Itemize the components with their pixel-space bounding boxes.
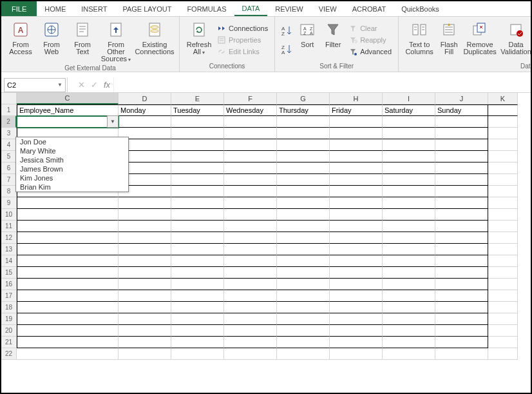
cell-H4[interactable] [330, 139, 383, 151]
cell-G14[interactable] [277, 255, 330, 267]
row-header-11[interactable]: 11 [1, 221, 17, 232]
cell-J5[interactable] [435, 151, 488, 163]
validation-dropdown-button[interactable]: ▼ [107, 115, 119, 128]
properties-button[interactable]: Properties [214, 34, 271, 46]
dropdown-option-5[interactable]: Brian Kim [16, 182, 128, 192]
cell-F8[interactable] [224, 186, 277, 197]
cell-E16[interactable] [171, 279, 224, 290]
cell-I2[interactable] [383, 116, 435, 128]
cell-G10[interactable] [277, 209, 330, 221]
row-header-17[interactable]: 17 [1, 290, 17, 302]
cell-G12[interactable] [277, 232, 330, 244]
sort-asc-button[interactable]: AZ [280, 25, 293, 36]
cell-H7[interactable] [330, 174, 383, 186]
cell-G3[interactable] [277, 128, 330, 139]
cell-C11[interactable] [17, 221, 119, 232]
cell-D13[interactable] [119, 244, 171, 255]
cell-K6[interactable] [488, 163, 518, 174]
cell-K14[interactable] [488, 255, 518, 267]
cell-H6[interactable] [330, 163, 383, 174]
dropdown-option-2[interactable]: Jessica Smith [16, 155, 128, 164]
cell-G11[interactable] [277, 221, 330, 232]
cell-G6[interactable] [277, 163, 330, 174]
cell-I5[interactable] [383, 151, 435, 163]
cell-H13[interactable] [330, 244, 383, 255]
cell-D11[interactable] [119, 221, 171, 232]
cell-K19[interactable] [488, 313, 518, 325]
cell-F18[interactable] [224, 302, 277, 313]
cell-E22[interactable] [171, 348, 224, 360]
cell-J14[interactable] [435, 255, 488, 267]
cell-H21[interactable] [330, 337, 383, 348]
fx-icon[interactable]: fx [100, 80, 113, 90]
cell-D9[interactable] [119, 197, 171, 209]
data-validation-button[interactable]: Data Validation [498, 18, 532, 61]
row-header-5[interactable]: 5 [1, 151, 17, 163]
cell-G13[interactable] [277, 244, 330, 255]
cell-G20[interactable] [277, 325, 330, 337]
tab-insert[interactable]: INSERT [73, 1, 115, 16]
cell-E8[interactable] [171, 186, 224, 197]
row-header-14[interactable]: 14 [1, 255, 17, 267]
sort-desc-button[interactable]: ZA [280, 43, 293, 55]
flash-fill-button[interactable]: Flash Fill [436, 18, 462, 61]
dropdown-option-1[interactable]: Mary White [16, 146, 128, 155]
row-header-12[interactable]: 12 [1, 232, 17, 244]
col-header-E[interactable]: E [171, 93, 224, 104]
cell-G1[interactable]: Thursday [277, 104, 330, 116]
name-box-dropdown-icon[interactable]: ▼ [57, 82, 62, 88]
enter-icon[interactable]: ✓ [88, 80, 100, 90]
cell-E21[interactable] [171, 337, 224, 348]
cell-D16[interactable] [119, 279, 171, 290]
cell-J19[interactable] [435, 313, 488, 325]
cell-E12[interactable] [171, 232, 224, 244]
cell-H20[interactable] [330, 325, 383, 337]
cell-C16[interactable] [17, 279, 119, 290]
cell-J21[interactable] [435, 337, 488, 348]
cell-F20[interactable] [224, 325, 277, 337]
cell-I8[interactable] [383, 186, 435, 197]
cell-D10[interactable] [119, 209, 171, 221]
cell-D2[interactable] [119, 116, 171, 128]
cell-K22[interactable] [488, 348, 518, 360]
cell-J6[interactable] [435, 163, 488, 174]
cell-I22[interactable] [383, 348, 435, 360]
cell-F1[interactable]: Wednesday [224, 104, 277, 116]
cell-F22[interactable] [224, 348, 277, 360]
from-other-sources-button[interactable]: From Other Sources ▾ [98, 18, 134, 63]
cell-H15[interactable] [330, 267, 383, 279]
cell-C18[interactable] [17, 302, 119, 313]
cell-H11[interactable] [330, 221, 383, 232]
cell-D12[interactable] [119, 232, 171, 244]
tab-file[interactable]: FILE [1, 1, 37, 16]
cell-K18[interactable] [488, 302, 518, 313]
cell-E1[interactable]: Tuesday [171, 104, 224, 116]
cell-D15[interactable] [119, 267, 171, 279]
cell-E4[interactable] [171, 139, 224, 151]
row-header-2[interactable]: 2 [1, 116, 17, 128]
cell-G8[interactable] [277, 186, 330, 197]
cell-F19[interactable] [224, 313, 277, 325]
cell-J13[interactable] [435, 244, 488, 255]
cell-C19[interactable] [17, 313, 119, 325]
reapply-button[interactable]: Reapply [346, 34, 394, 46]
select-all-cell[interactable] [1, 93, 17, 104]
cell-K3[interactable] [488, 128, 518, 139]
cell-C22[interactable] [17, 348, 119, 360]
from-web-button[interactable]: From Web [36, 18, 67, 63]
clear-button[interactable]: Clear [346, 23, 394, 34]
cell-K7[interactable] [488, 174, 518, 186]
cell-I4[interactable] [383, 139, 435, 151]
cell-J15[interactable] [435, 267, 488, 279]
cell-I1[interactable]: Saturday [383, 104, 435, 116]
cell-K4[interactable] [488, 139, 518, 151]
cell-K2[interactable] [488, 116, 518, 128]
cell-E6[interactable] [171, 163, 224, 174]
row-header-10[interactable]: 10 [1, 209, 17, 221]
cell-D21[interactable] [119, 337, 171, 348]
cell-I18[interactable] [383, 302, 435, 313]
cell-E10[interactable] [171, 209, 224, 221]
cell-G22[interactable] [277, 348, 330, 360]
cell-C14[interactable] [17, 255, 119, 267]
col-header-G[interactable]: G [277, 93, 330, 104]
